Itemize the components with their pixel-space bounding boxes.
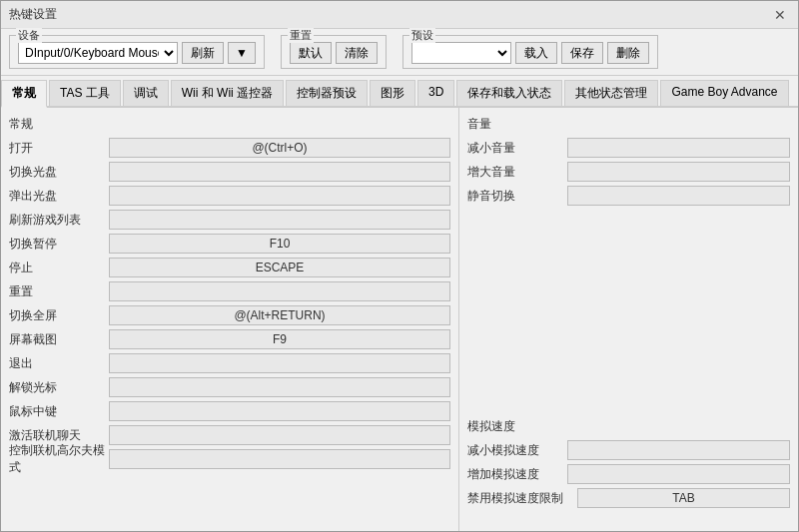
refresh-button[interactable]: 刷新 [182, 42, 224, 64]
hotkey-input-unlock-cursor[interactable] [109, 377, 450, 397]
hotkey-row-speed-up: 增加模拟速度 [467, 463, 790, 485]
hotkey-row-fullscreen: 切换全屏 @(Alt+RETURN) [9, 304, 450, 326]
device-section: 设备 DInput/0/Keyboard Mouse 刷新 ▼ [9, 35, 265, 69]
hotkey-row-exit: 退出 [9, 352, 450, 374]
hotkey-label-stop: 停止 [9, 260, 109, 276]
delete-button[interactable]: 删除 [607, 42, 649, 64]
tab-statemgmt[interactable]: 其他状态管理 [564, 80, 658, 106]
hotkey-input-golf[interactable] [109, 449, 450, 469]
hotkey-input-middle-click[interactable] [109, 401, 450, 421]
hotkey-input-fullscreen[interactable]: @(Alt+RETURN) [109, 305, 450, 325]
volume-section: 音量 减小音量 增大音量 静音切换 [467, 116, 790, 207]
hotkey-row-speed-limit: 禁用模拟速度限制 TAB [467, 487, 790, 509]
spacer [467, 219, 790, 418]
reset-section-content: 默认 清除 [290, 42, 378, 64]
save-button[interactable]: 保存 [561, 42, 603, 64]
hotkey-input-reset[interactable] [109, 281, 450, 301]
preset-section: 预设 载入 保存 删除 [402, 35, 658, 69]
device-select[interactable]: DInput/0/Keyboard Mouse [18, 42, 178, 64]
hotkey-input-speed-limit[interactable]: TAB [577, 488, 790, 508]
hotkey-input-vol-up[interactable] [567, 162, 790, 182]
hotkey-input-exit[interactable] [109, 353, 450, 373]
right-panel: 音量 减小音量 增大音量 静音切换 模拟速度 [458, 108, 798, 531]
tab-wii[interactable]: Wii 和 Wii 遥控器 [171, 80, 284, 106]
hotkey-input-stop[interactable]: ESCAPE [109, 258, 450, 277]
speed-section: 模拟速度 减小模拟速度 增加模拟速度 禁用模拟速度限制 TAB [467, 418, 790, 509]
hotkey-label-refresh-list: 刷新游戏列表 [9, 212, 109, 229]
content-area: 常规 打开 @(Ctrl+O) 切换光盘 弹出光盘 刷新游戏列表 [1, 108, 798, 531]
hotkey-row-golf: 控制联机高尔夫模式 [9, 448, 450, 470]
left-section-title: 常规 [9, 116, 450, 133]
default-button[interactable]: 默认 [290, 42, 332, 64]
hotkey-label-fullscreen: 切换全屏 [9, 307, 109, 324]
hotkey-label-speed-up: 增加模拟速度 [467, 466, 567, 483]
reset-label: 重置 [288, 28, 314, 43]
left-panel: 常规 打开 @(Ctrl+O) 切换光盘 弹出光盘 刷新游戏列表 [1, 108, 458, 531]
window-title: 热键设置 [9, 6, 770, 23]
tab-controller[interactable]: 控制器预设 [286, 80, 368, 106]
hotkey-row-pause: 切换暂停 F10 [9, 233, 450, 255]
preset-select[interactable] [411, 42, 511, 64]
speed-section-title: 模拟速度 [467, 418, 790, 435]
hotkey-label-vol-up: 增大音量 [467, 164, 567, 181]
hotkey-input-chat[interactable] [109, 425, 450, 445]
hotkey-row-screenshot: 屏幕截图 F9 [9, 328, 450, 350]
tab-graphics[interactable]: 图形 [370, 80, 415, 106]
tab-3d[interactable]: 3D [417, 80, 454, 106]
hotkey-label-middle-click: 鼠标中键 [9, 403, 109, 420]
hotkey-input-speed-up[interactable] [567, 464, 790, 484]
hotkey-input-refresh-list[interactable] [109, 210, 450, 230]
hotkey-label-exit: 退出 [9, 355, 109, 372]
hotkey-row-unlock-cursor: 解锁光标 [9, 376, 450, 398]
hotkey-row-mute: 静音切换 [467, 185, 790, 207]
load-button[interactable]: 载入 [515, 42, 557, 64]
preset-label: 预设 [409, 28, 435, 43]
hotkey-input-eject[interactable] [109, 186, 450, 206]
reset-section: 重置 默认 清除 [281, 35, 387, 69]
hotkey-row-speed-down: 减小模拟速度 [467, 439, 790, 461]
preset-section-content: 载入 保存 删除 [411, 42, 649, 64]
hotkey-label-speed-limit: 禁用模拟速度限制 [467, 490, 577, 507]
hotkey-input-mute[interactable] [567, 186, 790, 206]
hotkey-label-eject: 弹出光盘 [9, 188, 109, 205]
hotkey-label-golf: 控制联机高尔夫模式 [9, 442, 109, 476]
tab-general[interactable]: 常规 [1, 80, 47, 108]
hotkey-input-open[interactable]: @(Ctrl+O) [109, 138, 450, 158]
hotkey-input-screenshot[interactable]: F9 [109, 329, 450, 349]
tab-tas[interactable]: TAS 工具 [49, 80, 121, 106]
close-button[interactable]: ✕ [770, 5, 790, 25]
hotkey-label-disc-switch: 切换光盘 [9, 164, 109, 181]
hotkey-row-open: 打开 @(Ctrl+O) [9, 137, 450, 159]
tab-savestate[interactable]: 保存和载入状态 [456, 80, 562, 106]
title-bar: 热键设置 ✕ [1, 1, 798, 29]
hotkey-label-open: 打开 [9, 140, 109, 157]
hotkey-row-vol-up: 增大音量 [467, 161, 790, 183]
hotkey-label-mute: 静音切换 [467, 188, 567, 205]
hotkey-row-middle-click: 鼠标中键 [9, 400, 450, 422]
toolbar: 设备 DInput/0/Keyboard Mouse 刷新 ▼ 重置 默认 清除… [1, 29, 798, 76]
volume-section-title: 音量 [467, 116, 790, 133]
hotkey-label-reset: 重置 [9, 283, 109, 300]
tabs-bar: 常规 TAS 工具 调试 Wii 和 Wii 遥控器 控制器预设 图形 3D 保… [1, 76, 798, 108]
tab-debug[interactable]: 调试 [123, 80, 169, 106]
hotkey-label-pause: 切换暂停 [9, 236, 109, 253]
dropdown-button[interactable]: ▼ [228, 42, 256, 64]
device-label: 设备 [16, 28, 42, 43]
hotkey-row-eject: 弹出光盘 [9, 185, 450, 207]
hotkey-row-vol-down: 减小音量 [467, 137, 790, 159]
clear-button[interactable]: 清除 [336, 42, 378, 64]
tab-gba[interactable]: Game Boy Advance [660, 80, 788, 106]
hotkey-input-speed-down[interactable] [567, 440, 790, 460]
hotkey-label-chat: 激活联机聊天 [9, 427, 109, 444]
hotkey-input-pause[interactable]: F10 [109, 234, 450, 254]
hotkey-label-vol-down: 减小音量 [467, 140, 567, 157]
hotkey-row-stop: 停止 ESCAPE [9, 257, 450, 278]
hotkey-input-disc-switch[interactable] [109, 162, 450, 182]
hotkey-input-vol-down[interactable] [567, 138, 790, 158]
hotkey-row-disc-switch: 切换光盘 [9, 161, 450, 183]
hotkey-label-screenshot: 屏幕截图 [9, 331, 109, 348]
hotkey-row-refresh-list: 刷新游戏列表 [9, 209, 450, 231]
hotkey-label-speed-down: 减小模拟速度 [467, 442, 567, 459]
hotkey-label-unlock-cursor: 解锁光标 [9, 379, 109, 396]
hotkey-row-reset: 重置 [9, 280, 450, 302]
